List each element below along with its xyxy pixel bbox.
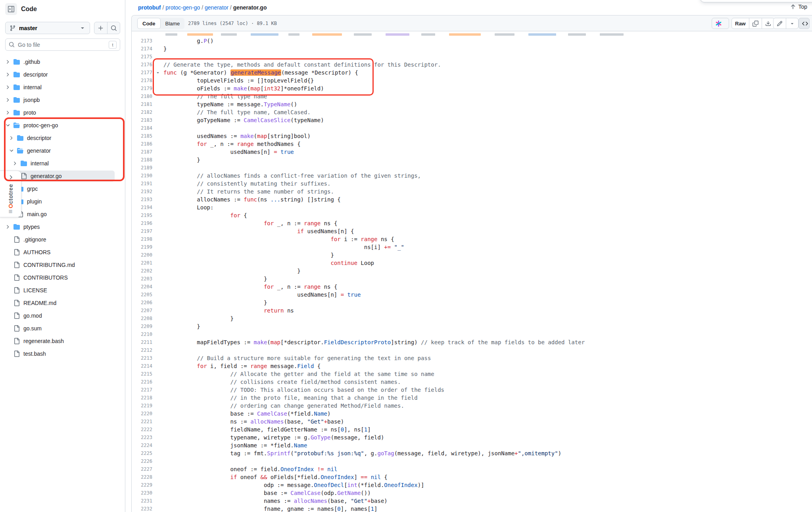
line-number[interactable]: 2219: [132, 402, 152, 410]
line-number[interactable]: 2213: [132, 354, 152, 362]
tab-blame[interactable]: Blame: [161, 18, 185, 29]
tree-item-AUTHORS[interactable]: AUTHORS: [0, 246, 125, 259]
line-number[interactable]: 2193: [132, 196, 152, 203]
chevron-right-icon[interactable]: [12, 161, 21, 166]
tree-item-go.sum[interactable]: go.sum: [0, 322, 125, 335]
search-tree-button[interactable]: [107, 22, 120, 34]
tree-item-go.mod[interactable]: go.mod: [0, 309, 125, 322]
line-number[interactable]: 2188: [132, 156, 152, 164]
line-number[interactable]: 2175: [132, 53, 152, 61]
line-number[interactable]: 2221: [132, 418, 152, 426]
symbols-panel-button[interactable]: [799, 18, 810, 29]
line-number[interactable]: 2198: [132, 235, 152, 243]
line-number[interactable]: 2216: [132, 378, 152, 386]
goto-file-input[interactable]: [18, 42, 106, 48]
line-number[interactable]: 2179: [132, 84, 152, 92]
add-file-button[interactable]: [94, 22, 107, 34]
back-to-top-link[interactable]: Top: [790, 2, 807, 12]
line-number[interactable]: 2215: [132, 370, 152, 378]
chevron-down-icon[interactable]: [8, 148, 17, 153]
line-number[interactable]: 2205: [132, 291, 152, 299]
tree-item-.github[interactable]: .github: [0, 56, 125, 68]
line-number[interactable]: 2173: [132, 37, 152, 45]
line-number[interactable]: 2177: [132, 69, 152, 77]
line-number[interactable]: 2196: [132, 219, 152, 227]
line-number[interactable]: 2203: [132, 275, 152, 283]
line-number[interactable]: 2181: [132, 100, 152, 108]
tree-item-descriptor[interactable]: descriptor: [0, 132, 125, 144]
line-number[interactable]: 2184: [132, 124, 152, 132]
line-number[interactable]: 2220: [132, 410, 152, 418]
line-number[interactable]: 2194: [132, 203, 152, 211]
line-number[interactable]: 2195: [132, 211, 152, 219]
chevron-right-icon[interactable]: [5, 224, 13, 230]
chevron-right-icon[interactable]: [5, 59, 13, 65]
line-number[interactable]: 2217: [132, 386, 152, 394]
line-number[interactable]: 2209: [132, 322, 152, 330]
line-number[interactable]: 2187: [132, 148, 152, 156]
tree-item-internal[interactable]: internal: [0, 157, 125, 170]
line-number[interactable]: 2223: [132, 433, 152, 441]
chevron-down-icon[interactable]: [5, 123, 13, 128]
branch-selector[interactable]: master: [5, 22, 90, 34]
tree-item-internal[interactable]: internal: [0, 81, 125, 94]
chevron-right-icon[interactable]: [5, 110, 13, 115]
breadcrumb-link-protoc-gen-go[interactable]: protoc-gen-go: [165, 4, 200, 11]
line-number[interactable]: 2180: [132, 92, 152, 100]
line-number[interactable]: 2231: [132, 497, 152, 505]
line-number[interactable]: 2185: [132, 132, 152, 140]
tree-item-LICENSE[interactable]: LICENSE: [0, 284, 125, 297]
chevron-right-icon[interactable]: [5, 84, 13, 90]
tree-item-protoc-gen-go[interactable]: protoc-gen-go: [0, 119, 125, 132]
copy-raw-button[interactable]: [749, 18, 762, 29]
line-number[interactable]: 2208: [132, 314, 152, 322]
breadcrumb-link-generator[interactable]: generator: [205, 4, 228, 11]
line-number[interactable]: 2178: [132, 77, 152, 84]
tree-item-.gitignore[interactable]: .gitignore: [0, 233, 125, 246]
ai-assistant-button[interactable]: [712, 18, 729, 29]
line-number[interactable]: 2207: [132, 307, 152, 314]
line-number[interactable]: 2218: [132, 394, 152, 402]
tree-item-test.bash[interactable]: test.bash: [0, 347, 125, 360]
line-number[interactable]: 2226: [132, 457, 152, 465]
tree-item-proto[interactable]: proto: [0, 106, 125, 119]
line-number[interactable]: 2212: [132, 346, 152, 354]
line-number[interactable]: 2227: [132, 465, 152, 473]
chevron-right-icon[interactable]: [5, 97, 13, 103]
line-number[interactable]: 2206: [132, 299, 152, 307]
line-number[interactable]: 2186: [132, 140, 152, 148]
line-number[interactable]: 2176: [132, 61, 152, 69]
line-number[interactable]: 2199: [132, 243, 152, 251]
line-number[interactable]: 2190: [132, 172, 152, 180]
line-number[interactable]: 2174: [132, 45, 152, 53]
line-number[interactable]: 2202: [132, 267, 152, 275]
raw-button[interactable]: Raw: [732, 18, 749, 29]
chevron-right-icon[interactable]: [5, 72, 13, 77]
line-number[interactable]: 2232: [132, 505, 152, 512]
tree-item-generator[interactable]: generator: [0, 144, 125, 157]
line-number[interactable]: 2229: [132, 481, 152, 489]
line-number[interactable]: 2230: [132, 489, 152, 497]
tree-item-ptypes[interactable]: ptypes: [0, 221, 125, 233]
line-number[interactable]: 2204: [132, 283, 152, 291]
collapse-sidebar-button[interactable]: [5, 3, 17, 15]
tab-code[interactable]: Code: [137, 18, 161, 29]
line-number[interactable]: 2201: [132, 259, 152, 267]
edit-dropdown-button[interactable]: [786, 18, 798, 29]
edit-file-button[interactable]: [774, 18, 786, 29]
tree-item-descriptor[interactable]: descriptor: [0, 68, 125, 81]
line-number[interactable]: 2211: [132, 338, 152, 346]
line-number[interactable]: 2225: [132, 449, 152, 457]
chevron-right-icon[interactable]: [8, 135, 17, 141]
line-number[interactable]: 2189: [132, 164, 152, 172]
tree-item-jsonpb[interactable]: jsonpb: [0, 94, 125, 106]
line-number[interactable]: 2182: [132, 108, 152, 116]
tree-item-CONTRIBUTING.md[interactable]: CONTRIBUTING.md: [0, 259, 125, 271]
line-number[interactable]: 2183: [132, 116, 152, 124]
tree-item-regenerate.bash[interactable]: regenerate.bash: [0, 335, 125, 347]
line-number[interactable]: 2214: [132, 362, 152, 370]
line-number[interactable]: 2200: [132, 251, 152, 259]
line-number[interactable]: 2192: [132, 188, 152, 196]
line-number[interactable]: 2197: [132, 227, 152, 235]
line-number[interactable]: 2191: [132, 180, 152, 188]
